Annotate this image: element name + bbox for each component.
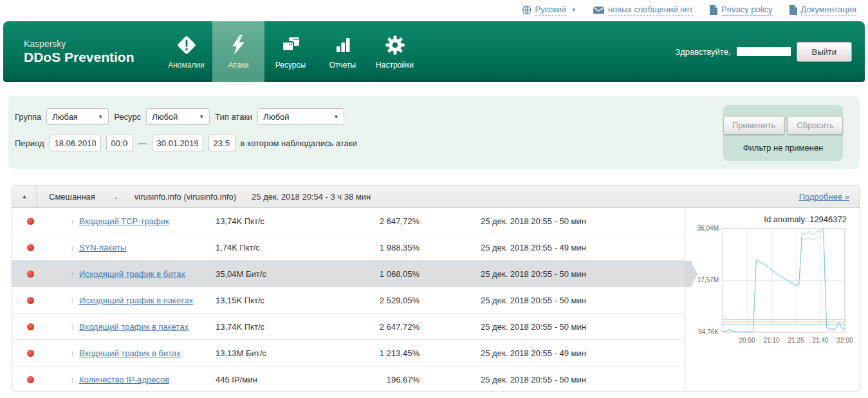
table-row[interactable]: ↑ Количество IP-адресов 445 IP/мин 196,6… bbox=[12, 366, 685, 392]
arrow-up-icon: ↑ bbox=[70, 216, 79, 226]
filter-panel: Группа Любая ▼ Ресурс Любой ▼ Тип атаки … bbox=[8, 96, 860, 169]
attack-name-link[interactable]: Исходящий трафик в битах bbox=[79, 269, 185, 279]
date-to-input[interactable] bbox=[152, 135, 203, 151]
attack-type-select-value: Любой bbox=[263, 112, 289, 122]
nav-attacks-label: Атаки bbox=[228, 61, 249, 70]
logout-button[interactable]: Выйти bbox=[797, 42, 853, 62]
attack-excess-percent: 1 988,35% bbox=[320, 243, 420, 252]
date-from-input[interactable] bbox=[50, 135, 101, 151]
details-link[interactable]: Подробнее » bbox=[799, 192, 849, 202]
language-label: Русский bbox=[535, 5, 566, 15]
messages-link[interactable]: новых сообщений нет bbox=[593, 5, 693, 15]
messages-label: новых сообщений нет bbox=[608, 5, 693, 15]
group-select[interactable]: Любая ▼ bbox=[46, 108, 109, 125]
anomaly-chart-panel: Id anomaly: 12946372 20:5021:1021:2521:4… bbox=[685, 208, 860, 392]
svg-text:35,04M: 35,04M bbox=[697, 225, 719, 232]
attack-excess-percent: 2 529,05% bbox=[320, 296, 420, 305]
attack-excess-percent: 1 213,45% bbox=[320, 348, 420, 358]
table-row[interactable]: ↑ Исходящий трафик в пакетах 13,15K Пкт/… bbox=[12, 287, 685, 314]
period-dash: — bbox=[138, 138, 147, 148]
attack-value: 445 IP/мин bbox=[216, 375, 320, 384]
username-redacted-box bbox=[737, 47, 791, 56]
attack-type-select[interactable]: Любой ▼ bbox=[257, 108, 344, 125]
attack-value: 13,74K Пкт/с bbox=[216, 322, 320, 332]
table-row[interactable]: ↑ Исходящий трафик в битах 35,04M Бит/с … bbox=[12, 261, 685, 287]
svg-text:22:00: 22:00 bbox=[836, 337, 853, 344]
attack-value: 35,04M Бит/с bbox=[216, 269, 320, 279]
attack-period: 25 дек. 2018 20:55 - 49 мин bbox=[481, 348, 586, 358]
table-row[interactable]: ↑ Входящий трафик в пакетах 13,74K Пкт/с… bbox=[12, 314, 685, 340]
apply-filter-button[interactable]: Применить bbox=[723, 116, 784, 135]
nav-resources[interactable]: Ресурсы bbox=[264, 21, 317, 82]
group-label: Группа bbox=[15, 112, 41, 122]
svg-text:21:25: 21:25 bbox=[788, 337, 804, 344]
attack-excess-percent: 196,67% bbox=[320, 375, 420, 384]
attack-name-link[interactable]: Входящий трафик в битах bbox=[79, 348, 181, 358]
attack-value: 1,74K Пкт/с bbox=[216, 243, 320, 252]
arrow-up-icon: ↑ bbox=[70, 296, 79, 305]
gear-icon bbox=[383, 30, 407, 61]
svg-text:21:10: 21:10 bbox=[763, 337, 779, 344]
attack-period: 25 дек. 2018 20:55 - 50 мин bbox=[481, 296, 586, 305]
privacy-policy-link[interactable]: Privacy policy bbox=[710, 5, 772, 15]
table-row[interactable]: ↑ SYN-пакеты 1,74K Пкт/с 1 988,35% 25 де… bbox=[12, 234, 685, 261]
greeting-text: Здравствуйте, bbox=[675, 47, 730, 57]
arrow-up-icon: ↑ bbox=[70, 269, 79, 279]
globe-icon bbox=[522, 5, 531, 15]
logo-brand: Kaspersky bbox=[24, 38, 160, 50]
documentation-label: Документация bbox=[801, 5, 857, 15]
attacks-table: ▲ Смешанная → virusinfo.info (virusinfo.… bbox=[12, 185, 860, 392]
resource-select-value: Любой bbox=[152, 112, 178, 122]
attack-value: 13,13M Бит/с bbox=[216, 348, 320, 358]
document-icon bbox=[790, 5, 797, 15]
svg-text:20:50: 20:50 bbox=[739, 337, 755, 344]
filter-status-box: Применить Сбросить Фильтр не применен bbox=[723, 105, 843, 161]
attack-name-link[interactable]: Входящий TCP-трафик bbox=[79, 216, 169, 226]
attack-name-link[interactable]: SYN-пакеты bbox=[79, 243, 126, 252]
group-select-value: Любая bbox=[52, 112, 78, 122]
header-user-area: Здравствуйте, Выйти bbox=[675, 21, 852, 82]
attack-group-header: ▲ Смешанная → virusinfo.info (virusinfo.… bbox=[12, 185, 860, 208]
filter-status-text: Фильтр не применен bbox=[723, 143, 843, 153]
attack-status-dot bbox=[27, 376, 34, 383]
collapse-group-button[interactable]: ▲ bbox=[12, 185, 37, 207]
attack-name-link[interactable]: Исходящий трафик в пакетах bbox=[79, 296, 193, 305]
attack-excess-percent: 2 647,72% bbox=[320, 216, 420, 226]
app-header: Kaspersky DDoS Prevention Аномалии Атаки bbox=[3, 21, 865, 82]
kaspersky-ddos-prevention-page: Русский ▼ новых сообщений нет Privacy po… bbox=[0, 0, 868, 398]
period-label: Период bbox=[15, 138, 44, 148]
bar-chart-icon bbox=[332, 30, 354, 61]
document-icon bbox=[710, 5, 717, 15]
time-from-input[interactable] bbox=[106, 135, 133, 151]
attack-group-resource: virusinfo.info (virusinfo.info) bbox=[134, 192, 236, 202]
nav-reports[interactable]: Отчеты bbox=[317, 21, 369, 82]
anomaly-chart: 20:5021:1021:2521:4022:0035,04M17,57M94,… bbox=[685, 220, 860, 355]
resource-select[interactable]: Любой ▼ bbox=[146, 108, 210, 125]
main-nav: Аномалии Атаки Ресурсы Отчеты bbox=[160, 21, 421, 82]
table-row[interactable]: ↑ Входящий трафик в битах 13,13M Бит/с 1… bbox=[12, 340, 685, 366]
resource-label: Ресурс bbox=[114, 112, 141, 122]
arrow-up-icon: ↑ bbox=[70, 243, 79, 252]
mail-icon bbox=[593, 6, 604, 14]
attack-name-link[interactable]: Количество IP-адресов bbox=[79, 375, 169, 384]
table-row[interactable]: ↑ Входящий TCP-трафик 13,74K Пкт/с 2 647… bbox=[12, 208, 685, 234]
attack-period: 25 дек. 2018 20:55 - 49 мин bbox=[481, 243, 586, 252]
attack-name-link[interactable]: Входящий трафик в пакетах bbox=[79, 322, 189, 332]
nav-settings[interactable]: Настройки bbox=[369, 21, 421, 82]
attack-type-label: Тип атаки bbox=[215, 112, 252, 122]
attack-status-dot bbox=[27, 323, 34, 330]
top-links-bar: Русский ▼ новых сообщений нет Privacy po… bbox=[522, 0, 857, 20]
attack-period: 25 дек. 2018 20:55 - 50 мин bbox=[481, 269, 586, 279]
attack-value: 13,15K Пкт/с bbox=[216, 296, 320, 305]
documentation-link[interactable]: Документация bbox=[790, 5, 857, 15]
attack-value: 13,74K Пкт/с bbox=[216, 216, 320, 226]
nav-anomalies[interactable]: Аномалии bbox=[160, 21, 212, 82]
time-to-input[interactable] bbox=[208, 135, 235, 151]
arrow-up-icon: ↑ bbox=[70, 322, 79, 332]
attack-period: 25 дек. 2018 20:55 - 50 мин bbox=[481, 322, 586, 332]
nav-attacks[interactable]: Атаки bbox=[212, 21, 264, 82]
language-selector[interactable]: Русский ▼ bbox=[522, 5, 577, 15]
reset-filter-button[interactable]: Сбросить bbox=[788, 116, 843, 135]
attack-status-dot bbox=[27, 218, 34, 225]
nav-anomalies-label: Аномалии bbox=[168, 61, 205, 70]
